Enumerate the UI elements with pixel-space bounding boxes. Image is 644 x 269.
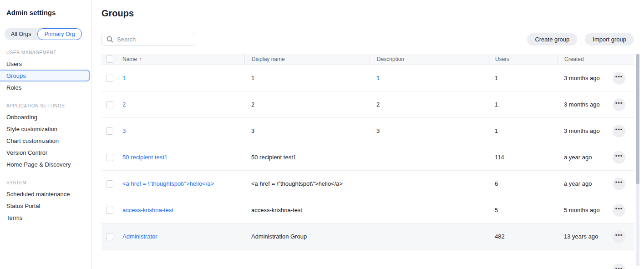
users-count-cell: 1 — [488, 127, 557, 134]
row-checkbox[interactable] — [106, 207, 113, 214]
row-checkbox-cell — [101, 233, 122, 240]
created-cell: 3 months ago — [557, 127, 613, 134]
section-label-user-management: USER MANAGEMENT — [0, 50, 91, 55]
more-options-icon: ••• — [615, 206, 623, 212]
more-options-icon: ••• — [615, 266, 623, 269]
group-name-link[interactable]: 50 recipient test1 — [122, 154, 167, 161]
org-toggle-all-orgs[interactable]: All Orgs — [5, 28, 37, 40]
column-header-users[interactable]: Users — [488, 54, 557, 65]
group-name-cell: 50 recipient test1 — [122, 154, 244, 161]
org-toggle: All Orgs Primary Org — [5, 28, 82, 40]
table-row: access-krishna-test access-krishna-test … — [101, 197, 634, 223]
org-toggle-primary-org[interactable]: Primary Org — [37, 28, 81, 40]
search-icon — [106, 36, 113, 43]
group-name-link[interactable]: 1 — [122, 75, 126, 81]
sidebar-item-groups[interactable]: Groups — [0, 70, 90, 81]
sidebar-item-roles[interactable]: Roles — [0, 81, 91, 93]
more-options-icon: ••• — [615, 127, 623, 132]
sort-asc-icon: ↑ — [139, 56, 142, 62]
create-group-button[interactable]: Create group — [527, 33, 577, 46]
column-header-created[interactable]: Created — [557, 54, 613, 65]
row-checkbox-cell — [101, 101, 122, 108]
groups-page: Groups Create group Import group Name ↑ … — [92, 0, 644, 269]
description-cell: 1 — [370, 75, 488, 81]
row-actions-cell: ••• — [613, 204, 634, 217]
sidebar-item-status-portal[interactable]: Status Portal — [0, 200, 91, 212]
group-name-link[interactable]: 3 — [122, 127, 126, 134]
row-actions-cell: ••• — [613, 98, 634, 111]
sidebar-item-terms[interactable]: Terms — [0, 212, 91, 223]
search-box[interactable] — [101, 33, 195, 46]
row-checkbox-cell — [101, 154, 122, 161]
group-name-cell: 1 — [122, 75, 244, 81]
toolbar-buttons: Create group Import group — [527, 33, 634, 46]
users-count-cell: 114 — [488, 154, 557, 161]
more-options-icon: ••• — [615, 232, 623, 238]
section-label-system: SYSTEM — [0, 180, 91, 185]
group-name-cell: 2 — [122, 101, 244, 108]
group-name-cell: <a href = \"thoughtspot\">hello</a> — [122, 180, 244, 187]
row-checkbox-cell — [101, 180, 122, 188]
more-options-icon: ••• — [615, 153, 623, 159]
row-checkbox[interactable] — [106, 127, 113, 135]
row-checkbox-cell — [101, 127, 122, 135]
table-row: 1 1 1 1 3 months ago ••• — [101, 65, 634, 91]
row-actions-cell: ••• — [613, 151, 634, 164]
sidebar-item-style-customization[interactable]: Style customization — [0, 123, 91, 135]
description-cell: 3 — [370, 127, 488, 134]
column-header-description[interactable]: Description — [370, 54, 488, 65]
import-group-button[interactable]: Import group — [585, 33, 634, 46]
column-header-name[interactable]: Name ↑ — [122, 54, 244, 65]
vertical-scrollbar-track[interactable] — [636, 54, 639, 266]
group-name-link[interactable]: <a href = \"thoughtspot\">hello</a> — [122, 180, 214, 187]
column-header-display-name[interactable]: Display name — [244, 54, 370, 65]
more-options-button[interactable]: ••• — [613, 264, 625, 269]
users-count-cell: 5 — [488, 207, 557, 213]
more-options-button[interactable]: ••• — [613, 151, 625, 164]
row-checkbox[interactable] — [106, 101, 113, 108]
more-options-icon: ••• — [615, 100, 623, 106]
more-options-button[interactable]: ••• — [613, 178, 625, 190]
row-checkbox-cell — [101, 207, 122, 214]
group-name-link[interactable]: Administrator — [122, 233, 157, 240]
display-name-cell: access-krishna-test — [244, 207, 370, 213]
vertical-scrollbar-thumb[interactable] — [636, 54, 639, 184]
sidebar-item-scheduled-maintenance[interactable]: Scheduled maintenance — [0, 188, 91, 200]
group-name-link[interactable]: 2 — [122, 101, 126, 108]
display-name-cell: 2 — [244, 101, 370, 108]
row-checkbox[interactable] — [106, 75, 113, 82]
group-name-link[interactable]: access-krishna-test — [122, 207, 173, 213]
more-options-button[interactable]: ••• — [613, 230, 625, 243]
display-name-cell: 3 — [244, 127, 370, 134]
users-count-cell: 6 — [488, 180, 557, 187]
table-body: 1 1 1 1 3 months ago ••• 2 2 2 1 3 month… — [101, 65, 634, 250]
more-options-button[interactable]: ••• — [613, 72, 625, 85]
created-cell: 5 months ago — [557, 207, 613, 213]
users-count-cell: 1 — [488, 101, 557, 108]
search-input[interactable] — [117, 36, 190, 43]
more-options-button[interactable]: ••• — [613, 125, 625, 137]
toolbar: Create group Import group — [101, 33, 634, 46]
display-name-cell: Administration Group — [244, 233, 370, 240]
row-checkbox[interactable] — [106, 233, 113, 240]
row-checkbox[interactable] — [106, 180, 113, 188]
sidebar-item-users[interactable]: Users — [0, 58, 91, 70]
table-header-row: Name ↑ Display name Description Users Cr… — [101, 54, 634, 65]
more-options-button[interactable]: ••• — [613, 204, 625, 217]
row-checkbox[interactable] — [106, 154, 113, 161]
groups-table: Name ↑ Display name Description Users Cr… — [101, 54, 634, 269]
description-cell: 2 — [370, 101, 488, 108]
sidebar-item-chart-customization[interactable]: Chart customization — [0, 135, 91, 147]
admin-sidebar: Admin settings All Orgs Primary Org USER… — [0, 0, 92, 269]
select-all-checkbox[interactable] — [106, 56, 113, 63]
more-options-button[interactable]: ••• — [613, 98, 625, 111]
sidebar-item-onboarding[interactable]: Onboarding — [0, 111, 91, 123]
row-actions-cell: ••• — [613, 125, 634, 137]
sidebar-item-home-page-discovery[interactable]: Home Page & Discovery — [0, 158, 91, 170]
table-row: 50 recipient test1 50 recipient test1 11… — [101, 144, 634, 171]
sidebar-item-version-control[interactable]: Version Control — [0, 147, 91, 158]
column-header-name-label: Name — [122, 56, 137, 62]
users-count-cell: 482 — [488, 233, 557, 240]
group-name-cell: 3 — [122, 127, 244, 134]
group-name-cell: Administrator — [122, 233, 244, 240]
